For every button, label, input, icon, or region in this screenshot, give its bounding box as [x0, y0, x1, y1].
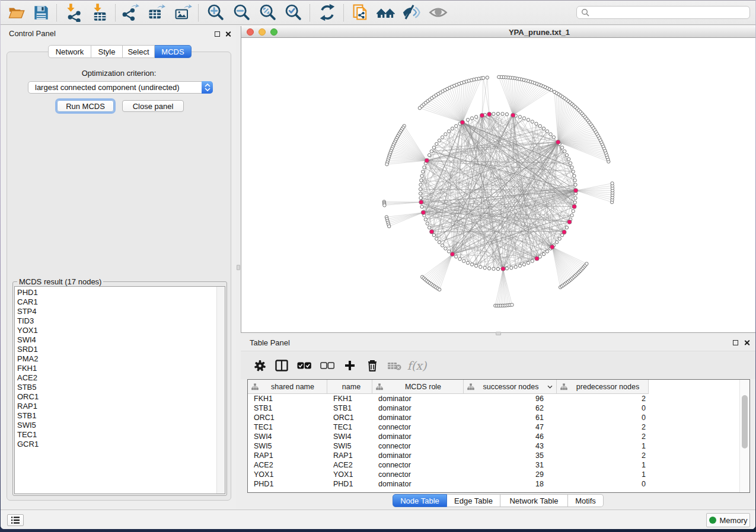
- apply-layout-button[interactable]: [317, 2, 337, 23]
- tab-mcds[interactable]: MCDS: [155, 45, 192, 58]
- mcds-result-item[interactable]: GCR1: [15, 440, 225, 449]
- list-scrollbar[interactable]: [216, 287, 225, 493]
- cell-shared-name: PHD1: [248, 479, 327, 489]
- cell-successor-nodes: 62: [464, 403, 557, 413]
- criterion-dropdown[interactable]: largest connected component (undirected): [28, 81, 213, 94]
- control-panel: Control Panel NetworkStyleSelectMCDS Opt…: [1, 25, 236, 509]
- mcds-result-item[interactable]: RAP1: [15, 402, 225, 411]
- table-panel-title: Table Panel: [250, 338, 290, 347]
- toolbar-separator: [310, 4, 310, 21]
- network-canvas[interactable]: [241, 39, 755, 332]
- attribute-tree-icon: [376, 383, 383, 390]
- function-builder-button[interactable]: f(x): [408, 357, 426, 374]
- zoom-fit-button[interactable]: [258, 2, 278, 23]
- table-row[interactable]: RAP1RAP1dominator352: [248, 451, 749, 460]
- table-row[interactable]: ORC1ORC1dominator610: [248, 413, 749, 422]
- mcds-result-item[interactable]: STB1: [15, 411, 225, 421]
- open-folder-icon: [7, 4, 25, 22]
- mcds-result-item[interactable]: STP4: [15, 307, 225, 316]
- tab-select[interactable]: Select: [123, 45, 155, 58]
- tab-network-table[interactable]: Network Table: [500, 494, 568, 507]
- toolbar-separator: [56, 4, 57, 21]
- export-network-button[interactable]: [120, 2, 141, 23]
- mcds-result-item[interactable]: SRD1: [15, 345, 225, 354]
- deselect-all-button[interactable]: [318, 357, 336, 374]
- table-row[interactable]: ACE2ACE2connector311: [248, 460, 749, 470]
- table-row[interactable]: TEC1TEC1connector472: [248, 422, 749, 432]
- table-row[interactable]: STB1STB1dominator620: [248, 403, 749, 413]
- zoom-in-button[interactable]: [206, 2, 226, 23]
- table-row[interactable]: PHD1PHD1dominator180: [248, 479, 749, 489]
- mcds-result-item[interactable]: PMA2: [15, 354, 225, 364]
- mcds-result-item[interactable]: STB5: [15, 383, 225, 392]
- search-input[interactable]: [592, 8, 749, 17]
- tab-edge-table[interactable]: Edge Table: [447, 494, 500, 507]
- float-panel-icon[interactable]: [733, 340, 738, 345]
- criterion-value: largest connected component (undirected): [28, 83, 202, 92]
- mcds-result-item[interactable]: FKH1: [15, 364, 225, 373]
- table-settings-button[interactable]: [251, 357, 269, 374]
- tab-node-table[interactable]: Node Table: [393, 494, 447, 507]
- mcds-result-item[interactable]: CAR1: [15, 297, 225, 307]
- cell-name: PHD1: [327, 479, 372, 489]
- delete-table-icon: [387, 361, 401, 370]
- memory-button[interactable]: Memory: [706, 513, 750, 527]
- create-column-button[interactable]: [341, 357, 359, 374]
- mcds-result-item[interactable]: YOX1: [15, 326, 225, 335]
- zoom-out-button[interactable]: [232, 2, 252, 23]
- run-mcds-button[interactable]: Run MCDS: [57, 100, 114, 112]
- horizontal-splitter-handle[interactable]: [496, 332, 501, 335]
- cell-successor-nodes: 29: [464, 470, 557, 479]
- cell-predecessor-nodes: 1: [557, 460, 649, 470]
- trash-icon: [366, 359, 378, 372]
- column-header-successor-nodes[interactable]: successor nodes: [464, 380, 557, 394]
- tab-network[interactable]: Network: [48, 45, 91, 58]
- column-header-shared-name[interactable]: shared name: [248, 380, 327, 394]
- close-panel-icon[interactable]: [744, 339, 750, 346]
- gear-icon: [253, 359, 267, 373]
- mcds-tab-content: Optimization criterion: largest connecte…: [7, 52, 231, 501]
- tab-motifs[interactable]: Motifs: [568, 494, 604, 507]
- save-session-button[interactable]: [31, 2, 51, 23]
- column-header-name[interactable]: name: [327, 380, 372, 394]
- vertical-splitter-handle[interactable]: [237, 265, 240, 270]
- select-all-button[interactable]: [295, 357, 313, 374]
- network-title: YPA_prune.txt_1: [241, 28, 755, 37]
- table-row[interactable]: FKH1FKH1dominator962: [248, 394, 749, 403]
- mcds-result-item[interactable]: TID3: [15, 316, 225, 326]
- cell-predecessor-nodes: 1: [557, 441, 649, 451]
- show-column-panel-button[interactable]: [273, 357, 291, 374]
- zoom-selected-button[interactable]: [283, 2, 304, 23]
- column-header-MCDS-role[interactable]: MCDS role: [372, 380, 464, 394]
- mcds-result-item[interactable]: PHD1: [15, 288, 225, 297]
- close-panel-button[interactable]: Close panel: [122, 100, 184, 112]
- table-row[interactable]: SWI4SWI4dominator462: [248, 432, 749, 441]
- table-scrollbar[interactable]: [739, 380, 749, 492]
- mcds-result-item[interactable]: ACE2: [15, 373, 225, 383]
- show-all-networks-button[interactable]: [376, 2, 396, 23]
- delete-column-button[interactable]: [363, 357, 381, 374]
- search-field[interactable]: [576, 6, 750, 19]
- open-file-button[interactable]: [6, 2, 26, 23]
- float-panel-icon[interactable]: [215, 31, 220, 37]
- tab-style[interactable]: Style: [91, 45, 123, 58]
- column-header-predecessor-nodes[interactable]: predecessor nodes: [557, 380, 649, 394]
- import-network-button[interactable]: [63, 2, 84, 23]
- show-selected-button[interactable]: [428, 2, 448, 23]
- hide-selected-button[interactable]: [401, 2, 422, 23]
- mcds-result-item[interactable]: SWI4: [15, 335, 225, 345]
- mcds-result-item[interactable]: TEC1: [15, 430, 225, 440]
- close-panel-icon[interactable]: [225, 31, 231, 37]
- panel-menu-button[interactable]: [7, 514, 24, 526]
- clone-network-icon: [351, 3, 370, 22]
- import-table-button[interactable]: [90, 2, 110, 23]
- clone-network-button[interactable]: [350, 2, 371, 23]
- table-row[interactable]: SWI5SWI5connector431: [248, 441, 749, 451]
- export-table-button[interactable]: [146, 2, 166, 23]
- scrollbar-thumb[interactable]: [742, 395, 748, 448]
- table-row[interactable]: YOX1YOX1connector291: [248, 470, 749, 479]
- mcds-result-item[interactable]: ORC1: [15, 392, 225, 402]
- delete-table-button[interactable]: [385, 357, 403, 374]
- export-image-button[interactable]: [173, 2, 193, 23]
- mcds-result-item[interactable]: SWI5: [15, 421, 225, 430]
